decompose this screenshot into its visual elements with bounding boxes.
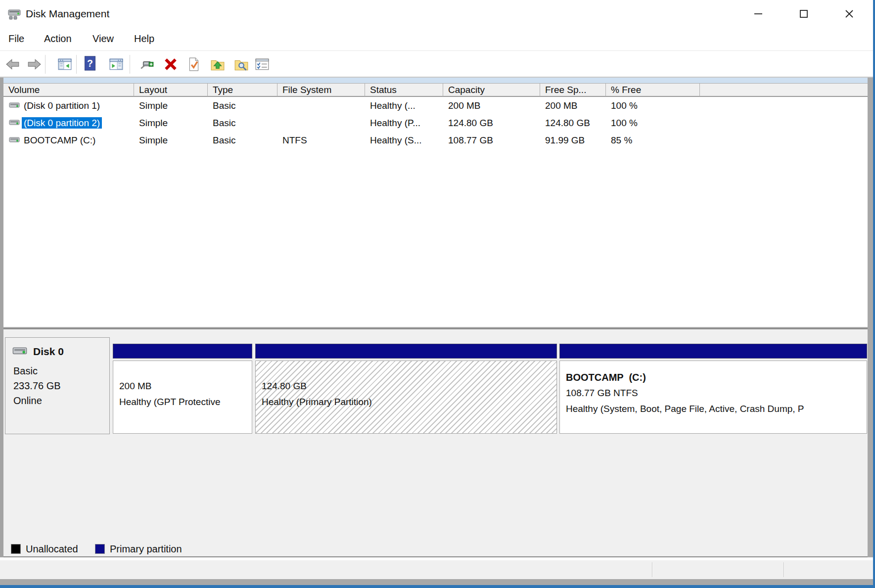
partition-status: Healthy (GPT Protective — [119, 397, 221, 407]
close-icon — [844, 8, 855, 19]
show-console-tree-icon[interactable] — [57, 57, 72, 72]
cell-type[interactable]: Basic — [213, 132, 235, 149]
cell-capacity[interactable]: 200 MB — [448, 97, 480, 114]
cell-status[interactable]: Healthy (S... — [370, 132, 422, 149]
help-icon[interactable]: ? — [83, 56, 97, 71]
partition-1-body[interactable]: 200 MB Healthy (GPT Protective — [113, 361, 252, 434]
properties-icon[interactable] — [255, 57, 270, 72]
column-header-pct-free[interactable]: % Free — [606, 83, 700, 97]
cell-type[interactable]: Basic — [213, 114, 235, 132]
cell-capacity[interactable]: 124.80 GB — [448, 114, 493, 132]
partition-3-block[interactable]: BOOTCAMP (C:) 108.77 GB NTFS Healthy (Sy… — [559, 344, 867, 434]
cell-pct-free[interactable]: 100 % — [611, 97, 638, 114]
cell-volume[interactable]: (Disk 0 partition 1) — [24, 97, 100, 114]
disk-management-window: Disk Management File Action View Help — [0, 0, 875, 588]
cell-status[interactable]: Healthy (P... — [370, 114, 420, 132]
cell-layout[interactable]: Simple — [139, 97, 168, 114]
toolbar: ? — [0, 50, 875, 78]
minimize-icon — [753, 8, 764, 19]
toolbar-separator — [76, 55, 77, 74]
partition-1-block[interactable]: 200 MB Healthy (GPT Protective — [113, 344, 252, 434]
volume-disk-icon — [9, 136, 20, 144]
cell-type[interactable]: Basic — [213, 97, 235, 114]
volume-disk-icon — [9, 101, 20, 109]
column-header-file-system[interactable]: File System — [277, 83, 365, 97]
delete-volume-icon[interactable] — [163, 57, 178, 72]
maximize-button[interactable] — [792, 0, 815, 27]
splitter-line — [0, 327, 875, 329]
folder-search-icon[interactable] — [234, 57, 249, 72]
column-header-type[interactable]: Type — [208, 83, 277, 97]
legend-unallocated-label: Unallocated — [26, 543, 78, 555]
volume-list: Volume Layout Type File System Status Ca… — [3, 78, 868, 326]
disk-kind: Basic — [13, 365, 38, 377]
volume-row[interactable]: (Disk 0 partition 1) Simple Basic Health… — [3, 97, 868, 114]
column-header-free-space[interactable]: Free Sp... — [540, 83, 606, 97]
legend-unallocated-swatch — [11, 544, 21, 554]
disk-name: Disk 0 — [33, 346, 64, 358]
cell-pct-free[interactable]: 100 % — [611, 114, 638, 132]
menu-help[interactable]: Help — [132, 27, 157, 50]
partition-label: BOOTCAMP (C:) — [566, 372, 646, 383]
cell-free-space[interactable]: 91.99 GB — [545, 132, 585, 149]
toolbar-separator — [45, 55, 46, 74]
list-top-strip — [3, 78, 868, 83]
menu-file[interactable]: File — [6, 27, 27, 50]
check-document-icon[interactable] — [186, 57, 201, 72]
pane-splitter[interactable] — [0, 326, 875, 334]
forward-icon[interactable] — [27, 57, 42, 72]
back-icon[interactable] — [5, 57, 20, 72]
volume-row-selected[interactable]: (Disk 0 partition 2) Simple Basic Health… — [3, 114, 868, 132]
window-border-bottom — [0, 585, 875, 588]
folder-up-icon[interactable] — [210, 57, 225, 72]
cell-pct-free[interactable]: 85 % — [611, 132, 632, 149]
cell-free-space[interactable]: 124.80 GB — [545, 114, 590, 132]
close-button[interactable] — [838, 0, 861, 27]
frame-right-edge — [868, 78, 873, 557]
toolbar-separator — [130, 55, 130, 74]
show-action-pane-icon[interactable] — [109, 57, 124, 72]
cell-file-system[interactable]: NTFS — [282, 132, 307, 149]
cell-volume[interactable]: BOOTCAMP (C:) — [24, 132, 95, 149]
minimize-button[interactable] — [747, 0, 770, 27]
selection-highlight[interactable]: (Disk 0 partition 2) — [22, 117, 102, 129]
partition-size: 108.77 GB NTFS — [566, 388, 638, 399]
disk-icon — [12, 346, 27, 357]
app-icon — [7, 6, 22, 21]
cell-layout[interactable]: Simple — [139, 132, 168, 149]
cell-status[interactable]: Healthy (... — [370, 97, 415, 114]
window-title: Disk Management — [26, 0, 109, 27]
rescan-disks-icon[interactable] — [139, 57, 154, 72]
frame-bottom-edge — [0, 579, 875, 585]
cell-layout[interactable]: Simple — [139, 114, 168, 132]
column-header-status[interactable]: Status — [365, 83, 443, 97]
legend-primary-partition-swatch — [95, 544, 105, 554]
partition-2-header-bar — [255, 344, 557, 359]
cell-free-space[interactable]: 200 MB — [545, 97, 577, 114]
status-bar — [0, 560, 875, 579]
menu-view[interactable]: View — [90, 27, 116, 50]
volume-row[interactable]: BOOTCAMP (C:) Simple Basic NTFS Healthy … — [3, 132, 868, 149]
cell-volume: (Disk 0 partition 2) — [24, 114, 102, 132]
partition-2-body-selected[interactable]: 124.80 GB Healthy (Primary Partition) — [255, 361, 557, 434]
partition-3-body[interactable]: BOOTCAMP (C:) 108.77 GB NTFS Healthy (Sy… — [559, 361, 867, 434]
volume-disk-icon — [9, 119, 20, 127]
column-header-volume[interactable]: Volume — [3, 83, 134, 97]
status-separator — [652, 562, 653, 577]
title-bar: Disk Management — [0, 0, 875, 27]
menu-bar: File Action View Help — [0, 27, 875, 50]
disk0-panel[interactable]: Disk 0 Basic 233.76 GB Online — [5, 337, 110, 434]
partition-size: 124.80 GB — [262, 381, 307, 392]
disk-size: 233.76 GB — [13, 380, 61, 392]
partition-size: 200 MB — [119, 381, 151, 392]
frame-left-edge — [0, 78, 3, 557]
cell-capacity[interactable]: 108.77 GB — [448, 132, 493, 149]
status-separator — [783, 562, 784, 577]
menu-action[interactable]: Action — [42, 27, 74, 50]
partition-status: Healthy (Primary Partition) — [262, 397, 372, 407]
graphical-view: Disk 0 Basic 233.76 GB Online 200 MB Hea… — [3, 334, 868, 557]
maximize-icon — [798, 8, 809, 19]
column-header-layout[interactable]: Layout — [134, 83, 208, 97]
column-header-capacity[interactable]: Capacity — [443, 83, 540, 97]
partition-2-block[interactable]: 124.80 GB Healthy (Primary Partition) — [255, 344, 557, 434]
